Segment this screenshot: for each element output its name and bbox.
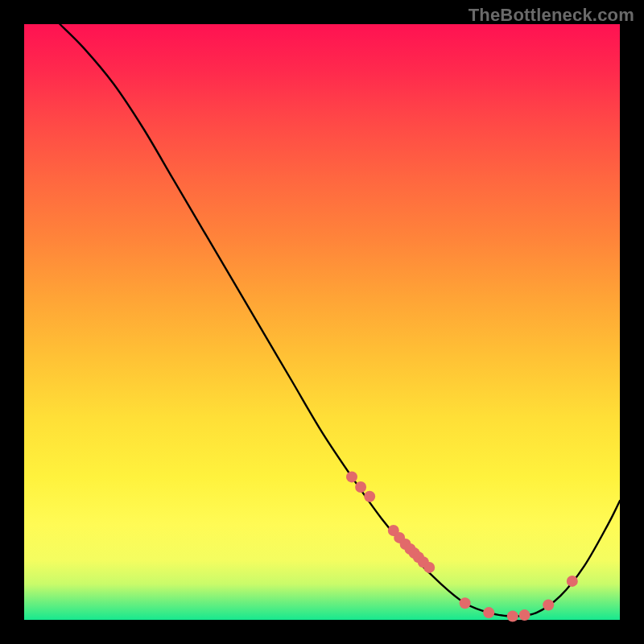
curve-layer	[24, 24, 620, 620]
watermark-text: TheBottleneck.com	[469, 5, 634, 26]
plot-frame	[24, 24, 620, 620]
highlight-dot	[567, 576, 578, 587]
highlight-dot	[364, 491, 375, 502]
highlight-dot	[355, 481, 366, 493]
chart-root: TheBottleneck.com	[0, 0, 644, 644]
highlight-dot	[507, 611, 518, 622]
highlight-dot	[346, 471, 357, 482]
bottleneck-curve	[60, 24, 620, 617]
plot-area	[24, 24, 620, 620]
highlight-dots-group	[346, 471, 578, 621]
highlight-dot	[543, 600, 554, 611]
highlight-dot	[483, 607, 494, 618]
highlight-dot	[519, 609, 530, 621]
highlight-dot	[423, 562, 435, 573]
highlight-dot	[460, 597, 471, 609]
